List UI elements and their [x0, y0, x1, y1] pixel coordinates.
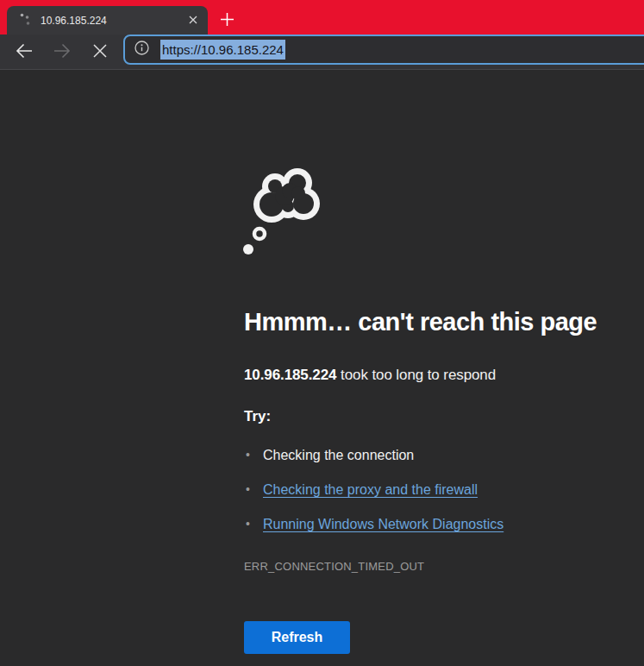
arrow-right-icon — [53, 42, 71, 62]
stop-button[interactable] — [88, 40, 112, 64]
bullet-dot: • — [246, 446, 250, 464]
host-name: 10.96.185.224 — [244, 367, 336, 383]
try-label: Try: — [244, 408, 271, 425]
subtitle-text: took too long to respond — [336, 367, 496, 383]
tab-favicon-spinner-icon — [18, 12, 32, 29]
title-bar: 10.96.185.224 — [0, 0, 644, 35]
plus-icon — [220, 12, 234, 29]
browser-window: 10.96.185.224 — [0, 0, 644, 666]
error-page: Hmmm… can't reach this page 10.96.185.22… — [0, 70, 644, 666]
toolbar: https://10.96.185.224 — [0, 35, 644, 70]
suggestion-list: • Checking the connection • Checking the… — [244, 446, 503, 550]
list-item: • Checking the connection — [244, 446, 503, 464]
tab-close-button[interactable] — [184, 11, 203, 30]
thought-cloud-icon — [240, 165, 326, 263]
address-bar[interactable]: https://10.96.185.224 — [123, 35, 644, 65]
site-info-icon[interactable] — [134, 40, 150, 60]
close-icon — [92, 43, 108, 61]
bullet-dot: • — [246, 481, 250, 499]
address-input[interactable]: https://10.96.185.224 — [160, 40, 285, 60]
error-page-subtitle: 10.96.185.224 took too long to respond — [244, 367, 496, 384]
error-code: ERR_CONNECTION_TIMED_OUT — [244, 560, 424, 573]
proxy-firewall-link[interactable]: Checking the proxy and the firewall — [263, 482, 478, 497]
browser-tab[interactable]: 10.96.185.224 — [7, 6, 208, 35]
network-diagnostics-link[interactable]: Running Windows Network Diagnostics — [263, 517, 503, 531]
suggestion-text: Checking the connection — [263, 448, 414, 462]
refresh-button[interactable]: Refresh — [244, 621, 350, 654]
arrow-left-icon — [16, 42, 33, 62]
list-item: • Running Windows Network Diagnostics — [244, 515, 503, 533]
list-item: • Checking the proxy and the firewall — [244, 481, 503, 499]
tab-title: 10.96.185.224 — [41, 15, 184, 27]
close-icon — [189, 14, 197, 27]
error-page-title: Hmmm… can't reach this page — [244, 308, 597, 336]
forward-button[interactable] — [50, 40, 74, 64]
back-button[interactable] — [12, 40, 36, 64]
bullet-dot: • — [246, 515, 250, 533]
new-tab-button[interactable] — [215, 9, 239, 33]
